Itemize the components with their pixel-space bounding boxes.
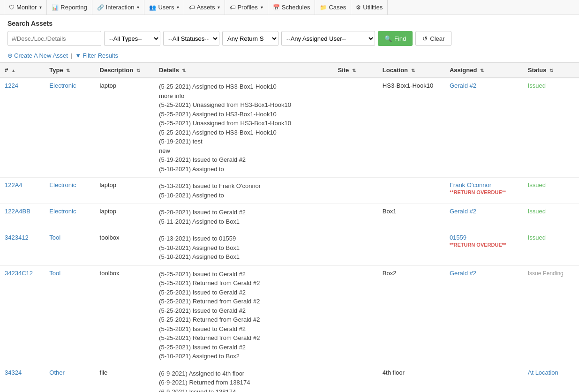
detail-line: (5-10-2021) Assigned to Box1 (159, 243, 328, 253)
cell-site (333, 78, 378, 178)
table-row: 34234C12Tooltoolbox(5-25-2021) Issued to… (0, 265, 579, 365)
cell-assigned: Frank O'connor**RETURN OVERDUE** (445, 178, 523, 204)
cell-description: laptop (95, 78, 154, 178)
schedules-icon: 📅 (273, 4, 280, 11)
find-label: Find (394, 35, 406, 42)
detail-line: (6-9-2021) Issued to 138174 (159, 387, 328, 392)
cell-status: Issued (523, 204, 579, 230)
asset-type-link[interactable]: Electronic (49, 208, 76, 215)
col-header-description[interactable]: Description ⇅ (95, 63, 154, 78)
filter-results-link[interactable]: ▼ Filter Results (75, 52, 118, 59)
return-select[interactable]: Any Return S Any Return S (222, 31, 278, 46)
toolbar-separator: | (71, 52, 72, 59)
type-select[interactable]: --All Types-- (104, 31, 160, 46)
nav-assets[interactable]: 🏷 Assets ▾ (184, 0, 225, 15)
cell-location: HS3-Box1-Hook10 (378, 78, 445, 178)
col-header-details[interactable]: Details ⇅ (154, 63, 333, 78)
asset-type-link[interactable]: Electronic (49, 181, 76, 188)
clear-button[interactable]: ↺ Clear (415, 31, 451, 46)
filter-label: Filter Results (83, 52, 118, 59)
assigned-user-link[interactable]: 01559 (450, 234, 466, 241)
col-header-status[interactable]: Status ⇅ (523, 63, 579, 78)
nav-assets-label: Assets (196, 4, 215, 11)
detail-line: (5-10-2021) Assigned to (159, 165, 328, 174)
detail-line: (5-25-2021) Issued to Gerald #2 (159, 270, 328, 279)
col-header-type[interactable]: Type ⇅ (45, 63, 95, 78)
search-title: Search Assets (8, 20, 571, 27)
nav-reporting[interactable]: 📊 Reporting (47, 0, 92, 15)
detail-line: (5-20-2021) Issued to Gerald #2 (159, 208, 328, 217)
sort-type-icon: ⇅ (66, 68, 70, 73)
nav-interaction-label: Interaction (106, 4, 135, 11)
asset-type-link[interactable]: Electronic (49, 82, 76, 89)
cell-id: 34234C12 (0, 265, 45, 365)
nav-utilities[interactable]: ⚙ Utilities (351, 0, 388, 15)
cell-id: 1224 (0, 78, 45, 178)
cell-location (378, 178, 445, 204)
col-header-assigned[interactable]: Assigned ⇅ (445, 63, 523, 78)
utilities-icon: ⚙ (356, 4, 361, 11)
status-badge: Issued (528, 208, 546, 215)
profiles-icon: 🏷 (230, 4, 235, 11)
assigned-user-link[interactable]: Gerald #2 (450, 270, 476, 277)
cell-description: toolbox (95, 265, 154, 365)
assets-dropdown-arrow: ▾ (218, 5, 220, 10)
reporting-icon: 📊 (52, 4, 59, 11)
sort-assigned-icon: ⇅ (480, 68, 484, 73)
detail-line: (5-25-2021) Unassigned from HS3-Box1-Hoo… (159, 119, 328, 128)
detail-line: (5-25-2021) Assigned to HS3-Box1-Hook10 (159, 110, 328, 119)
asset-id-link[interactable]: 34234C12 (5, 270, 33, 277)
col-header-location[interactable]: Location ⇅ (378, 63, 445, 78)
sort-location-icon: ⇅ (411, 68, 415, 73)
nav-users[interactable]: 👥 Users ▾ (144, 0, 184, 15)
asset-table-container: # ▲ Type ⇅ Description ⇅ Details ⇅ Site … (0, 62, 579, 392)
asset-type-link[interactable]: Tool (49, 234, 60, 241)
cell-description: toolbox (95, 230, 154, 266)
return-overdue-badge: **RETURN OVERDUE** (450, 189, 506, 195)
cell-site (333, 230, 378, 266)
create-asset-link[interactable]: ⊕ Create A New Asset (8, 52, 68, 59)
assigned-user-link[interactable]: Gerald #2 (450, 82, 476, 89)
detail-line: (5-13-2021) Issued to 01559 (159, 234, 328, 243)
nav-cases[interactable]: 📁 Cases (315, 0, 351, 15)
interaction-icon: 🔗 (97, 4, 104, 11)
detail-line: (5-10-2021) Assigned to (159, 191, 328, 200)
cell-status: Issued (523, 78, 579, 178)
assigned-user-link[interactable]: Frank O'connor (450, 181, 491, 188)
find-button[interactable]: 🔍 Find (378, 31, 413, 46)
sort-status-icon: ⇅ (549, 68, 553, 73)
nav-cases-label: Cases (329, 4, 346, 11)
detail-line: (5-25-2021) Returned from Gerald #2 (159, 279, 328, 288)
asset-id-link[interactable]: 34324 (5, 369, 22, 376)
cell-details: (5-20-2021) Issued to Gerald #2(5-11-202… (154, 204, 333, 230)
search-input[interactable] (8, 31, 101, 46)
cell-type: Tool (45, 230, 95, 266)
cell-id: 122A4 (0, 178, 45, 204)
asset-id-link[interactable]: 122A4 (5, 181, 23, 188)
cell-site (333, 204, 378, 230)
status-select[interactable]: --All Statuses-- (163, 31, 219, 46)
nav-profiles[interactable]: 🏷 Profiles ▾ (225, 0, 268, 15)
nav-schedules[interactable]: 📅 Schedules (268, 0, 316, 15)
asset-id-link[interactable]: 3423412 (5, 234, 29, 241)
table-row: 122A4Electroniclaptop(5-13-2021) Issued … (0, 178, 579, 204)
nav-monitor[interactable]: 🛡 Monitor ▾ (4, 0, 47, 15)
nav-users-label: Users (158, 4, 174, 11)
asset-id-link[interactable]: 122A4BB (5, 208, 30, 215)
detail-line: (5-25-2021) Issued to Gerald #2 (159, 306, 328, 316)
cell-type: Other (45, 365, 95, 392)
col-header-num[interactable]: # ▲ (0, 63, 45, 78)
cell-id: 122A4BB (0, 204, 45, 230)
assigned-select[interactable]: --Any Assigned User-- (281, 31, 375, 46)
assigned-user-link[interactable]: Gerald #2 (450, 208, 476, 215)
table-row: 34324Otherfile(6-9-2021) Assigned to 4th… (0, 365, 579, 392)
status-badge: Issue Pending (528, 270, 564, 277)
nav-interaction[interactable]: 🔗 Interaction ▾ (92, 0, 145, 15)
asset-type-link[interactable]: Tool (49, 270, 60, 277)
asset-id-link[interactable]: 1224 (5, 82, 18, 89)
asset-type-link[interactable]: Other (49, 369, 65, 376)
cell-id: 34324 (0, 365, 45, 392)
cell-details: (5-25-2021) Issued to Gerald #2(5-25-202… (154, 265, 333, 365)
col-header-site[interactable]: Site ⇅ (333, 63, 378, 78)
cell-location: Box1 (378, 204, 445, 230)
